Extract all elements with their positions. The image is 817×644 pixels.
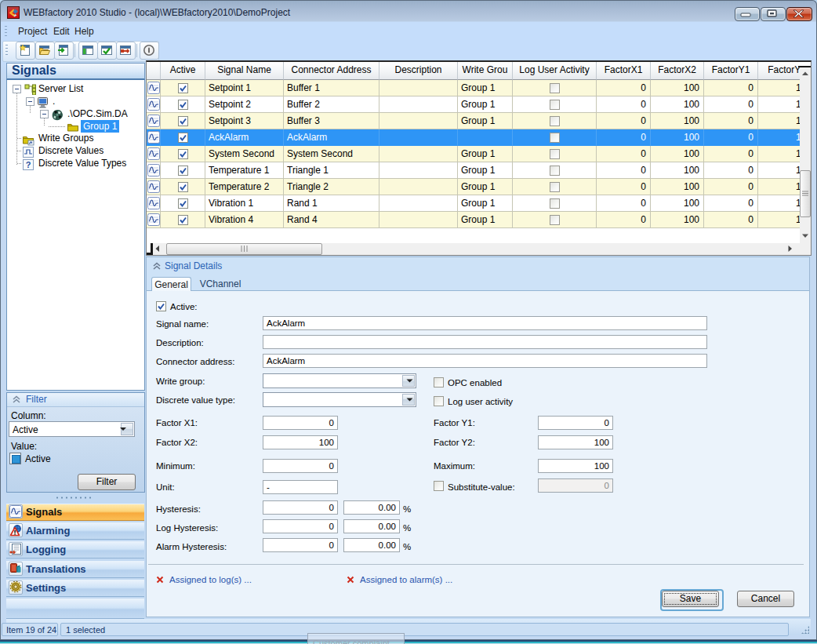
svg-text:?: ?	[26, 160, 31, 169]
